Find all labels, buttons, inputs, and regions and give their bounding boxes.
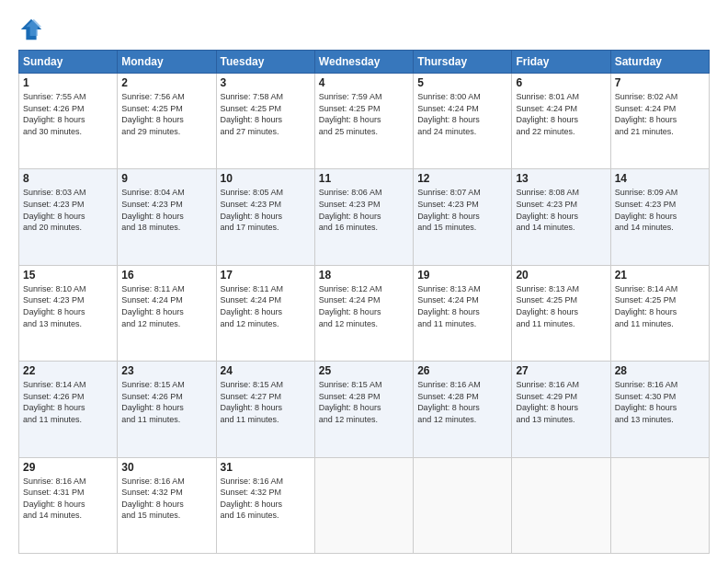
calendar-cell: 19Sunrise: 8:13 AM Sunset: 4:24 PM Dayli… [414, 265, 512, 361]
day-info: Sunrise: 8:10 AM Sunset: 4:23 PM Dayligh… [23, 283, 113, 329]
calendar-header-row: SundayMondayTuesdayWednesdayThursdayFrid… [19, 51, 710, 74]
calendar-cell: 25Sunrise: 8:15 AM Sunset: 4:28 PM Dayli… [314, 362, 413, 457]
day-info: Sunrise: 7:56 AM Sunset: 4:25 PM Dayligh… [121, 91, 211, 137]
day-info: Sunrise: 8:11 AM Sunset: 4:24 PM Dayligh… [221, 283, 311, 329]
day-info: Sunrise: 8:16 AM Sunset: 4:29 PM Dayligh… [516, 379, 606, 425]
day-info: Sunrise: 8:11 AM Sunset: 4:24 PM Dayligh… [121, 283, 211, 329]
day-number: 31 [221, 461, 311, 474]
day-number: 2 [121, 76, 211, 89]
calendar-cell: 14Sunrise: 8:09 AM Sunset: 4:23 PM Dayli… [610, 169, 709, 265]
day-info: Sunrise: 8:14 AM Sunset: 4:26 PM Dayligh… [23, 379, 113, 425]
calendar-day-header: Saturday [610, 51, 709, 74]
day-info: Sunrise: 8:12 AM Sunset: 4:24 PM Dayligh… [319, 283, 409, 329]
calendar-cell: 7Sunrise: 8:02 AM Sunset: 4:24 PM Daylig… [610, 74, 709, 169]
calendar-cell: 22Sunrise: 8:14 AM Sunset: 4:26 PM Dayli… [19, 362, 118, 457]
logo [18, 17, 48, 42]
day-info: Sunrise: 8:16 AM Sunset: 4:30 PM Dayligh… [615, 379, 705, 425]
day-info: Sunrise: 8:01 AM Sunset: 4:24 PM Dayligh… [516, 91, 606, 137]
calendar-week-row: 29Sunrise: 8:16 AM Sunset: 4:31 PM Dayli… [19, 457, 710, 553]
calendar-cell: 29Sunrise: 8:16 AM Sunset: 4:31 PM Dayli… [19, 457, 118, 553]
calendar-cell: 4Sunrise: 7:59 AM Sunset: 4:25 PM Daylig… [314, 74, 413, 169]
day-info: Sunrise: 8:15 AM Sunset: 4:27 PM Dayligh… [221, 379, 311, 425]
calendar-day-header: Sunday [19, 51, 118, 74]
calendar-day-header: Tuesday [216, 51, 314, 74]
calendar-table: SundayMondayTuesdayWednesdayThursdayFrid… [18, 50, 710, 554]
day-number: 12 [417, 172, 507, 185]
page: SundayMondayTuesdayWednesdayThursdayFrid… [0, 0, 728, 563]
calendar-cell: 5Sunrise: 8:00 AM Sunset: 4:24 PM Daylig… [414, 74, 512, 169]
day-number: 5 [417, 76, 507, 89]
day-number: 30 [121, 461, 211, 474]
calendar-cell: 23Sunrise: 8:15 AM Sunset: 4:26 PM Dayli… [118, 362, 216, 457]
day-info: Sunrise: 7:59 AM Sunset: 4:25 PM Dayligh… [319, 91, 409, 137]
calendar-cell: 24Sunrise: 8:15 AM Sunset: 4:27 PM Dayli… [216, 362, 314, 457]
calendar-cell: 11Sunrise: 8:06 AM Sunset: 4:23 PM Dayli… [314, 169, 413, 265]
calendar-cell: 3Sunrise: 7:58 AM Sunset: 4:25 PM Daylig… [216, 74, 314, 169]
day-number: 4 [319, 76, 409, 89]
calendar-cell: 27Sunrise: 8:16 AM Sunset: 4:29 PM Dayli… [512, 362, 610, 457]
calendar-cell: 12Sunrise: 8:07 AM Sunset: 4:23 PM Dayli… [414, 169, 512, 265]
calendar-day-header: Friday [512, 51, 610, 74]
day-number: 1 [23, 76, 113, 89]
calendar-week-row: 8Sunrise: 8:03 AM Sunset: 4:23 PM Daylig… [19, 169, 710, 265]
day-number: 13 [516, 172, 606, 185]
day-number: 19 [417, 269, 507, 282]
calendar-cell: 13Sunrise: 8:08 AM Sunset: 4:23 PM Dayli… [512, 169, 610, 265]
day-number: 6 [516, 76, 606, 89]
day-info: Sunrise: 8:00 AM Sunset: 4:24 PM Dayligh… [417, 91, 507, 137]
header [18, 17, 710, 42]
day-info: Sunrise: 8:08 AM Sunset: 4:23 PM Dayligh… [516, 187, 606, 233]
calendar-day-header: Monday [118, 51, 216, 74]
day-number: 29 [23, 461, 113, 474]
day-info: Sunrise: 8:16 AM Sunset: 4:28 PM Dayligh… [417, 379, 507, 425]
day-number: 16 [121, 269, 211, 282]
calendar-day-header: Thursday [414, 51, 512, 74]
day-number: 28 [615, 364, 705, 377]
calendar-cell: 26Sunrise: 8:16 AM Sunset: 4:28 PM Dayli… [414, 362, 512, 457]
calendar-week-row: 15Sunrise: 8:10 AM Sunset: 4:23 PM Dayli… [19, 265, 710, 361]
day-number: 25 [319, 364, 409, 377]
calendar-cell: 31Sunrise: 8:16 AM Sunset: 4:32 PM Dayli… [216, 457, 314, 553]
day-number: 10 [221, 172, 311, 185]
day-number: 21 [615, 269, 705, 282]
calendar-cell: 18Sunrise: 8:12 AM Sunset: 4:24 PM Dayli… [314, 265, 413, 361]
calendar-cell: 8Sunrise: 8:03 AM Sunset: 4:23 PM Daylig… [19, 169, 118, 265]
day-number: 23 [121, 364, 211, 377]
calendar-cell [314, 457, 413, 553]
calendar-cell: 21Sunrise: 8:14 AM Sunset: 4:25 PM Dayli… [610, 265, 709, 361]
calendar-cell: 15Sunrise: 8:10 AM Sunset: 4:23 PM Dayli… [19, 265, 118, 361]
day-number: 18 [319, 269, 409, 282]
day-info: Sunrise: 8:03 AM Sunset: 4:23 PM Dayligh… [23, 187, 113, 233]
logo-icon [18, 17, 44, 42]
calendar-cell: 10Sunrise: 8:05 AM Sunset: 4:23 PM Dayli… [216, 169, 314, 265]
day-info: Sunrise: 8:02 AM Sunset: 4:24 PM Dayligh… [615, 91, 705, 137]
calendar-cell: 2Sunrise: 7:56 AM Sunset: 4:25 PM Daylig… [118, 74, 216, 169]
day-number: 20 [516, 269, 606, 282]
calendar-cell: 20Sunrise: 8:13 AM Sunset: 4:25 PM Dayli… [512, 265, 610, 361]
day-info: Sunrise: 7:55 AM Sunset: 4:26 PM Dayligh… [23, 91, 113, 137]
day-info: Sunrise: 8:13 AM Sunset: 4:25 PM Dayligh… [516, 283, 606, 329]
calendar-cell [414, 457, 512, 553]
day-info: Sunrise: 8:14 AM Sunset: 4:25 PM Dayligh… [615, 283, 705, 329]
day-info: Sunrise: 8:04 AM Sunset: 4:23 PM Dayligh… [121, 187, 211, 233]
day-number: 8 [23, 172, 113, 185]
day-info: Sunrise: 8:15 AM Sunset: 4:28 PM Dayligh… [319, 379, 409, 425]
calendar-cell: 28Sunrise: 8:16 AM Sunset: 4:30 PM Dayli… [610, 362, 709, 457]
day-info: Sunrise: 8:15 AM Sunset: 4:26 PM Dayligh… [121, 379, 211, 425]
day-number: 17 [221, 269, 311, 282]
calendar-cell: 16Sunrise: 8:11 AM Sunset: 4:24 PM Dayli… [118, 265, 216, 361]
day-number: 27 [516, 364, 606, 377]
calendar-cell: 17Sunrise: 8:11 AM Sunset: 4:24 PM Dayli… [216, 265, 314, 361]
day-info: Sunrise: 7:58 AM Sunset: 4:25 PM Dayligh… [221, 91, 311, 137]
calendar-week-row: 1Sunrise: 7:55 AM Sunset: 4:26 PM Daylig… [19, 74, 710, 169]
day-info: Sunrise: 8:16 AM Sunset: 4:31 PM Dayligh… [23, 476, 113, 522]
calendar-cell [610, 457, 709, 553]
calendar-cell: 30Sunrise: 8:16 AM Sunset: 4:32 PM Dayli… [118, 457, 216, 553]
day-number: 26 [417, 364, 507, 377]
day-info: Sunrise: 8:16 AM Sunset: 4:32 PM Dayligh… [221, 476, 311, 522]
day-number: 9 [121, 172, 211, 185]
day-number: 22 [23, 364, 113, 377]
day-info: Sunrise: 8:06 AM Sunset: 4:23 PM Dayligh… [319, 187, 409, 233]
day-info: Sunrise: 8:07 AM Sunset: 4:23 PM Dayligh… [417, 187, 507, 233]
day-number: 15 [23, 269, 113, 282]
